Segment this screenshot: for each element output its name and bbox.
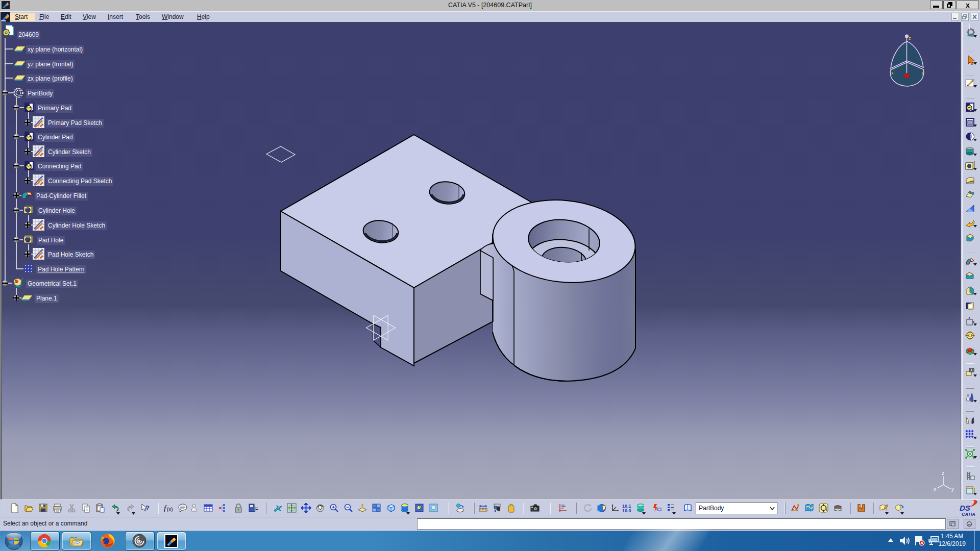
svg-text:10.0: 10.0 (622, 508, 631, 513)
svg-text:x: x (891, 70, 894, 76)
svg-text:CATIA: CATIA (962, 512, 975, 517)
svg-text:y: y (922, 70, 924, 76)
svg-text:?: ? (145, 504, 150, 512)
svg-text:z: z (909, 36, 911, 41)
svg-text:z: z (942, 470, 944, 476)
svg-text:(x): (x) (167, 507, 173, 512)
svg-text:x: x (934, 486, 936, 492)
svg-text:y: y (951, 486, 954, 492)
svg-text:}=: }= (254, 506, 258, 512)
svg-text:DS: DS (960, 504, 970, 512)
